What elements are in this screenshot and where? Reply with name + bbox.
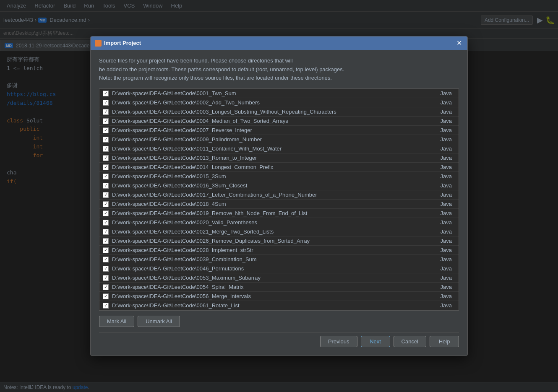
- file-list-row[interactable]: D:\work-space\IDEA-Git\LeetCode\0054_Spi…: [99, 283, 459, 292]
- unmark-all-button[interactable]: Unmark All: [138, 316, 180, 327]
- file-path-text: D:\work-space\IDEA-Git\LeetCode\0011_Con…: [112, 145, 430, 152]
- file-checkbox[interactable]: [103, 137, 109, 143]
- file-list: D:\work-space\IDEA-Git\LeetCode\0001_Two…: [99, 89, 459, 310]
- file-list-row[interactable]: D:\work-space\IDEA-Git\LeetCode\0003_Lon…: [99, 107, 459, 117]
- file-type-label: Java: [430, 201, 455, 207]
- file-list-row[interactable]: D:\work-space\IDEA-Git\LeetCode\0018_4Su…: [99, 200, 459, 209]
- file-checkbox[interactable]: [103, 201, 109, 207]
- file-list-row[interactable]: D:\work-space\IDEA-Git\LeetCode\0019_Rem…: [99, 209, 459, 218]
- file-path-text: D:\work-space\IDEA-Git\LeetCode\0039_Com…: [112, 256, 430, 262]
- file-list-row[interactable]: D:\work-space\IDEA-Git\LeetCode\0028_Imp…: [99, 246, 459, 255]
- file-list-container: D:\work-space\IDEA-Git\LeetCode\0001_Two…: [99, 88, 459, 311]
- mark-all-button[interactable]: Mark All: [99, 316, 134, 327]
- file-list-row[interactable]: D:\work-space\IDEA-Git\LeetCode\0015_3Su…: [99, 172, 459, 181]
- file-path-text: D:\work-space\IDEA-Git\LeetCode\0017_Let…: [112, 192, 430, 198]
- file-list-row[interactable]: D:\work-space\IDEA-Git\LeetCode\0001_Two…: [99, 89, 459, 98]
- file-path-text: D:\work-space\IDEA-Git\LeetCode\0019_Rem…: [112, 210, 430, 216]
- dialog-description: Source files for your project have been …: [99, 57, 459, 83]
- dialog-titlebar: Import Project ✕: [91, 36, 467, 50]
- file-type-label: Java: [430, 99, 455, 106]
- file-type-label: Java: [430, 109, 455, 115]
- file-path-text: D:\work-space\IDEA-Git\LeetCode\0020_Val…: [112, 219, 430, 226]
- file-checkbox[interactable]: [103, 229, 109, 235]
- file-list-row[interactable]: D:\work-space\IDEA-Git\LeetCode\0020_Val…: [99, 218, 459, 227]
- file-checkbox[interactable]: [103, 109, 109, 115]
- file-checkbox[interactable]: [103, 303, 109, 309]
- file-type-label: Java: [430, 210, 455, 216]
- file-list-row[interactable]: D:\work-space\IDEA-Git\LeetCode\0009_Pal…: [99, 135, 459, 144]
- file-type-label: Java: [430, 173, 455, 179]
- help-button[interactable]: Help: [430, 336, 459, 347]
- file-checkbox[interactable]: [103, 284, 109, 290]
- file-checkbox[interactable]: [103, 183, 109, 189]
- dialog-bottom-buttons-left: Mark All Unmark All: [99, 316, 459, 327]
- file-path-text: D:\work-space\IDEA-Git\LeetCode\0003_Lon…: [112, 109, 430, 115]
- file-path-text: D:\work-space\IDEA-Git\LeetCode\0028_Imp…: [112, 247, 430, 253]
- file-path-text: D:\work-space\IDEA-Git\LeetCode\0001_Two…: [112, 90, 430, 96]
- file-list-row[interactable]: D:\work-space\IDEA-Git\LeetCode\0053_Max…: [99, 273, 459, 283]
- file-path-text: D:\work-space\IDEA-Git\LeetCode\0007_Rev…: [112, 127, 430, 133]
- file-list-row[interactable]: D:\work-space\IDEA-Git\LeetCode\0026_Rem…: [99, 236, 459, 246]
- dialog-title-label: Import Project: [104, 40, 141, 46]
- file-list-row[interactable]: D:\work-space\IDEA-Git\LeetCode\0046_Per…: [99, 264, 459, 273]
- file-path-text: D:\work-space\IDEA-Git\LeetCode\0061_Rot…: [112, 302, 430, 309]
- file-path-text: D:\work-space\IDEA-Git\LeetCode\0009_Pal…: [112, 136, 430, 143]
- file-checkbox[interactable]: [103, 257, 109, 262]
- file-checkbox[interactable]: [103, 275, 109, 281]
- file-type-label: Java: [430, 275, 455, 281]
- file-path-text: D:\work-space\IDEA-Git\LeetCode\0014_Lon…: [112, 164, 430, 170]
- file-type-label: Java: [430, 192, 455, 198]
- file-type-label: Java: [430, 136, 455, 143]
- previous-button[interactable]: Previous: [320, 336, 357, 347]
- file-type-label: Java: [430, 256, 455, 262]
- file-list-row[interactable]: D:\work-space\IDEA-Git\LeetCode\0056_Mer…: [99, 292, 459, 301]
- file-list-row[interactable]: D:\work-space\IDEA-Git\LeetCode\0021_Mer…: [99, 227, 459, 236]
- file-checkbox[interactable]: [103, 118, 109, 124]
- file-checkbox[interactable]: [103, 174, 109, 179]
- file-path-text: D:\work-space\IDEA-Git\LeetCode\0053_Max…: [112, 275, 430, 281]
- file-checkbox[interactable]: [103, 247, 109, 253]
- file-type-label: Java: [430, 302, 455, 309]
- cancel-button[interactable]: Cancel: [394, 336, 426, 347]
- dialog-intellij-icon: [95, 40, 102, 47]
- file-list-row[interactable]: D:\work-space\IDEA-Git\LeetCode\0002_Add…: [99, 98, 459, 107]
- file-type-label: Java: [430, 238, 455, 244]
- file-list-row[interactable]: D:\work-space\IDEA-Git\LeetCode\0014_Lon…: [99, 163, 459, 172]
- file-checkbox[interactable]: [103, 91, 109, 96]
- file-checkbox[interactable]: [103, 192, 109, 198]
- file-checkbox[interactable]: [103, 100, 109, 106]
- file-path-text: D:\work-space\IDEA-Git\LeetCode\0002_Add…: [112, 99, 430, 106]
- file-type-label: Java: [430, 145, 455, 152]
- file-type-label: Java: [430, 155, 455, 161]
- file-checkbox[interactable]: [103, 127, 109, 133]
- file-list-row[interactable]: D:\work-space\IDEA-Git\LeetCode\0013_Rom…: [99, 153, 459, 163]
- file-type-label: Java: [430, 219, 455, 226]
- file-checkbox[interactable]: [103, 210, 109, 216]
- next-button[interactable]: Next: [361, 336, 390, 347]
- file-path-text: D:\work-space\IDEA-Git\LeetCode\0016_3Su…: [112, 182, 430, 189]
- file-checkbox[interactable]: [103, 146, 109, 152]
- dialog-overlay: Import Project ✕ Source files for your p…: [0, 0, 558, 392]
- dialog-body: Source files for your project have been …: [91, 50, 467, 356]
- file-list-row[interactable]: D:\work-space\IDEA-Git\LeetCode\0011_Con…: [99, 144, 459, 153]
- file-list-row[interactable]: D:\work-space\IDEA-Git\LeetCode\0016_3Su…: [99, 181, 459, 190]
- file-path-text: D:\work-space\IDEA-Git\LeetCode\0021_Mer…: [112, 228, 430, 235]
- file-type-label: Java: [430, 118, 455, 124]
- file-list-row[interactable]: D:\work-space\IDEA-Git\LeetCode\0017_Let…: [99, 190, 459, 200]
- file-path-text: D:\work-space\IDEA-Git\LeetCode\0004_Med…: [112, 118, 430, 124]
- file-checkbox[interactable]: [103, 238, 109, 244]
- file-type-label: Java: [430, 293, 455, 299]
- file-list-row[interactable]: D:\work-space\IDEA-Git\LeetCode\0007_Rev…: [99, 126, 459, 135]
- dialog-close-button[interactable]: ✕: [455, 39, 463, 47]
- file-checkbox[interactable]: [103, 293, 109, 299]
- import-project-dialog: Import Project ✕ Source files for your p…: [90, 36, 468, 356]
- file-type-label: Java: [430, 127, 455, 133]
- file-checkbox[interactable]: [103, 220, 109, 226]
- file-type-label: Java: [430, 265, 455, 272]
- file-list-row[interactable]: D:\work-space\IDEA-Git\LeetCode\0061_Rot…: [99, 301, 459, 310]
- file-checkbox[interactable]: [103, 266, 109, 272]
- file-checkbox[interactable]: [103, 164, 109, 170]
- file-checkbox[interactable]: [103, 155, 109, 161]
- file-list-row[interactable]: D:\work-space\IDEA-Git\LeetCode\0004_Med…: [99, 117, 459, 126]
- file-list-row[interactable]: D:\work-space\IDEA-Git\LeetCode\0039_Com…: [99, 255, 459, 264]
